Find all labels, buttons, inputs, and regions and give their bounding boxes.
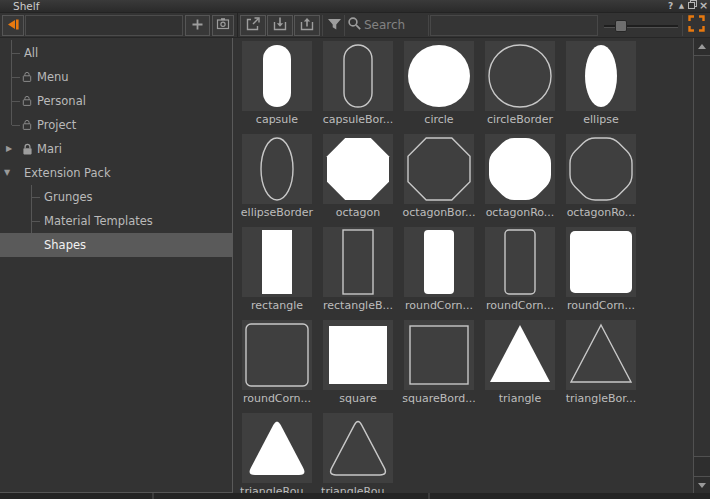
lock-icon xyxy=(22,71,32,86)
shelf-item[interactable]: capsule xyxy=(242,41,312,126)
panel-title: Shelf xyxy=(13,0,39,12)
chevron-expanded-icon[interactable]: ▼ xyxy=(4,161,10,185)
export-items-button[interactable] xyxy=(294,15,320,36)
round-square-fill-thumbnail xyxy=(566,227,636,297)
shelf-item[interactable]: octagonRo... xyxy=(566,134,636,219)
tree-item-label: Menu xyxy=(37,65,69,89)
detach-icon[interactable]: ▲ xyxy=(676,0,687,12)
bottom-divider xyxy=(428,493,430,499)
plus-icon xyxy=(191,18,204,34)
titlebar[interactable]: Shelf ? ▲ × xyxy=(0,0,710,13)
shelf-item-label: roundCorn... xyxy=(395,299,483,312)
filter-button[interactable] xyxy=(324,15,344,36)
close-icon[interactable]: × xyxy=(698,0,709,12)
tree-item-label: Material Templates xyxy=(44,209,153,233)
shelf-name-field[interactable] xyxy=(25,15,183,36)
tree-item-shapes[interactable]: Shapes xyxy=(0,233,232,257)
tree-item-all[interactable]: All xyxy=(0,41,232,65)
scroll-up-button[interactable] xyxy=(694,38,710,56)
tree-item-project[interactable]: Project xyxy=(0,113,232,137)
round-rect-fill-thumbnail xyxy=(404,227,474,297)
tree-item-label: All xyxy=(24,41,38,65)
search-input[interactable]: Search xyxy=(364,13,405,37)
round-square-border-thumbnail xyxy=(242,320,312,390)
shelf-item[interactable]: octagonRo... xyxy=(485,134,555,219)
search-icon-area xyxy=(346,15,362,36)
shelf-item[interactable]: triangleRou... xyxy=(242,413,312,493)
tree-item-personal[interactable]: Personal xyxy=(0,89,232,113)
triangle-round-border-thumbnail xyxy=(323,413,393,483)
filter-funnel-icon xyxy=(326,16,343,36)
help-icon[interactable]: ? xyxy=(665,0,676,12)
octagon-round-fill-thumbnail xyxy=(485,134,555,204)
bottom-divider xyxy=(152,493,154,499)
shelf-item[interactable]: ellipse xyxy=(566,41,636,126)
tree-item-material-templates[interactable]: Material Templates xyxy=(0,209,232,233)
shelf-item[interactable]: roundCorn... xyxy=(242,320,312,405)
shelf-item[interactable]: square xyxy=(323,320,393,405)
shelf-item[interactable]: circle xyxy=(404,41,474,126)
shelf-item[interactable]: triangle xyxy=(485,320,555,405)
tree-item-label: Project xyxy=(37,113,76,137)
export-icon xyxy=(245,16,261,35)
shelf-item[interactable]: roundCorn... xyxy=(566,227,636,312)
toolbar-right: Search xyxy=(238,13,710,37)
scrollbar-thumb[interactable] xyxy=(694,56,710,457)
shelf-item[interactable]: triangleBor... xyxy=(566,320,636,405)
snapshot-button[interactable] xyxy=(212,15,234,36)
shelf-item[interactable]: roundCorn... xyxy=(485,227,555,312)
expand-view-button[interactable] xyxy=(685,15,707,36)
down-arrow-icon xyxy=(698,483,706,488)
shelf-item[interactable]: triangleRou... xyxy=(323,413,393,493)
shelf-item[interactable]: ellipseBorder xyxy=(242,134,312,219)
tree-item-mari[interactable]: ▶Mari xyxy=(0,137,232,161)
shelf-item-label: circleBorder xyxy=(476,113,564,126)
rect-fill-thumbnail xyxy=(242,227,312,297)
ellipse-border-thumbnail xyxy=(242,134,312,204)
shelf-item-label: ellipseBorder xyxy=(233,206,321,219)
import-items-button[interactable] xyxy=(267,15,293,36)
shelf-item-label: roundCorn... xyxy=(557,299,645,312)
shelf-item-label: triangleBor... xyxy=(557,392,645,405)
lock-icon xyxy=(22,143,33,159)
ellipse-fill-thumbnail xyxy=(566,41,636,111)
shelf-grid-panel: capsulecapsuleBor...circlecircleBorderel… xyxy=(233,38,693,493)
shelf-item-label: octagonBor... xyxy=(395,206,483,219)
restore-icon[interactable] xyxy=(687,0,698,12)
tree-item-grunges[interactable]: Grunges xyxy=(0,185,232,209)
toolbar: Search xyxy=(0,13,710,38)
shelf-item[interactable]: roundCorn... xyxy=(404,227,474,312)
round-rect-border-thumbnail xyxy=(485,227,555,297)
shelf-item[interactable]: rectangleB... xyxy=(323,227,393,312)
shelf-item-label: octagonRo... xyxy=(476,206,564,219)
shelf-item-label: capsuleBor... xyxy=(314,113,402,126)
octagon-round-border-thumbnail xyxy=(566,134,636,204)
tree-item-extension-pack[interactable]: ▼Extension Pack xyxy=(0,161,232,185)
shelf-item[interactable]: octagon xyxy=(323,134,393,219)
shelf-item[interactable]: squareBord... xyxy=(404,320,474,405)
octagon-border-thumbnail xyxy=(404,134,474,204)
toolbar-separator xyxy=(428,15,429,36)
tree-item-menu[interactable]: Menu xyxy=(0,65,232,89)
scroll-down-button[interactable] xyxy=(694,476,710,493)
shelf-item[interactable]: rectangle xyxy=(242,227,312,312)
tree-item-label: Personal xyxy=(37,89,86,113)
shelf-item[interactable]: octagonBor... xyxy=(404,134,474,219)
slider-handle[interactable] xyxy=(615,20,627,32)
shelf-panel: Shelf ? ▲ × xyxy=(0,0,710,499)
shelf-item[interactable]: circleBorder xyxy=(485,41,555,126)
shelf-item-label: roundCorn... xyxy=(476,299,564,312)
expand-corners-icon xyxy=(687,14,706,37)
shelf-item-label: capsule xyxy=(233,113,321,126)
shelf-item[interactable]: capsuleBor... xyxy=(323,41,393,126)
search-icon xyxy=(347,16,362,35)
bottom-edge xyxy=(0,493,710,499)
dock-toggle-button[interactable] xyxy=(2,15,24,36)
capsule-border-thumbnail xyxy=(323,41,393,111)
shelf-item-label: triangle xyxy=(476,392,564,405)
chevron-collapsed-icon[interactable]: ▶ xyxy=(6,137,12,161)
export-shelf-button[interactable] xyxy=(240,15,266,36)
toolbar-separator xyxy=(682,15,683,36)
add-shelf-button[interactable] xyxy=(185,15,210,36)
vertical-scrollbar[interactable] xyxy=(693,38,710,493)
